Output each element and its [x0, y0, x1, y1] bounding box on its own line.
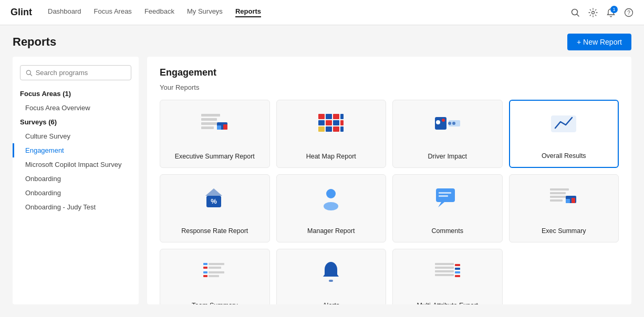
engagement-title: Engagement	[160, 67, 619, 78]
svg-rect-8	[201, 118, 217, 121]
svg-rect-59	[435, 270, 454, 272]
svg-rect-57	[435, 263, 454, 265]
sidebar: Focus Areas (1) Focus Area Overview Surv…	[13, 57, 139, 304]
svg-rect-56	[329, 280, 333, 282]
nav-reports[interactable]: Reports	[235, 7, 261, 17]
svg-rect-20	[333, 120, 339, 125]
exec-summary-icon	[547, 183, 580, 213]
svg-rect-54	[209, 271, 224, 273]
svg-rect-53	[203, 275, 207, 277]
reports-grid: Executive Summary Report	[160, 100, 619, 304]
multi-attribute-label: Multi-Attribute Export	[417, 302, 478, 304]
svg-line-6	[30, 74, 32, 76]
settings-icon-button[interactable]	[588, 8, 598, 17]
svg-rect-7	[201, 114, 220, 117]
heat-map-label: Heat Map Report	[306, 153, 356, 160]
svg-rect-60	[435, 274, 454, 276]
top-nav: Glint Dashboard Focus Areas Feedback My …	[0, 0, 644, 25]
app-logo: Glint	[11, 7, 32, 18]
svg-rect-22	[318, 126, 325, 132]
report-card-overall-results[interactable]: Overall Results	[509, 100, 619, 168]
response-rate-icon: %	[198, 183, 232, 213]
sidebar-item-focus-area-overview[interactable]: Focus Area Overview	[13, 101, 139, 115]
svg-rect-18	[318, 120, 325, 125]
nav-my-surveys[interactable]: My Surveys	[187, 7, 223, 17]
svg-rect-16	[333, 114, 339, 119]
sidebar-item-onboarding-2[interactable]: Onboarding	[13, 186, 139, 200]
report-card-driver-impact[interactable]: Driver Impact	[392, 100, 503, 168]
search-box[interactable]	[20, 65, 131, 80]
svg-text:%: %	[211, 197, 217, 205]
search-container	[13, 65, 139, 87]
sidebar-item-microsoft-copilot[interactable]: Microsoft Copilot Impact Survey	[13, 157, 139, 172]
svg-rect-63	[455, 271, 460, 273]
sidebar-item-engagement[interactable]: Engagement	[13, 143, 139, 157]
alerts-icon	[314, 258, 348, 287]
team-summary-label: Team Summary	[192, 302, 238, 304]
search-icon	[26, 69, 33, 77]
response-rate-label: Response Rate Report	[181, 227, 248, 235]
alerts-label: Alerts	[323, 302, 339, 304]
report-card-heat-map[interactable]: Heat Map Report	[276, 100, 387, 168]
help-icon-button[interactable]: ?	[624, 8, 633, 17]
new-report-button[interactable]: + New Report	[567, 34, 631, 50]
svg-marker-38	[438, 202, 444, 207]
search-input[interactable]	[36, 69, 126, 77]
report-card-response-rate[interactable]: % Response Rate Report	[160, 174, 270, 242]
notification-badge: 1	[610, 6, 618, 13]
svg-line-1	[577, 14, 579, 16]
sidebar-item-onboarding-1[interactable]: Onboarding	[13, 172, 139, 186]
report-card-comments[interactable]: Comments	[392, 174, 503, 242]
svg-point-36	[324, 202, 338, 210]
nav-icons: 1 ?	[570, 8, 633, 17]
report-card-manager-report[interactable]: Manager Report	[276, 174, 387, 242]
overall-results-icon	[547, 109, 580, 139]
sidebar-section-surveys-title: Surveys (6)	[13, 115, 139, 129]
report-card-exec-summary[interactable]: Exec Summary	[509, 174, 619, 242]
svg-point-31	[452, 122, 455, 125]
exec-summary-report-icon	[198, 109, 232, 138]
report-card-team-summary[interactable]: Team Summary	[160, 249, 270, 304]
nav-focus-areas[interactable]: Focus Areas	[94, 7, 132, 17]
report-card-alerts[interactable]: Alerts	[276, 249, 387, 304]
report-card-exec-summary-report[interactable]: Executive Summary Report	[160, 100, 270, 168]
manager-report-label: Manager Report	[307, 227, 355, 235]
svg-text:?: ?	[627, 10, 630, 16]
svg-rect-24	[333, 126, 339, 132]
nav-links: Dashboard Focus Areas Feedback My Survey…	[48, 7, 570, 17]
svg-rect-44	[550, 199, 563, 202]
svg-point-28	[442, 119, 445, 122]
svg-rect-50	[209, 263, 224, 265]
svg-rect-15	[326, 114, 332, 119]
svg-rect-48	[203, 263, 207, 265]
nav-dashboard[interactable]: Dashboard	[48, 7, 81, 17]
sidebar-item-culture-survey[interactable]: Culture Survey	[13, 129, 139, 143]
page-title: Reports	[13, 35, 56, 49]
sidebar-item-onboarding-judy[interactable]: Onboarding - Judy Test	[13, 200, 139, 214]
svg-rect-46	[572, 198, 575, 203]
main-content: Focus Areas (1) Focus Area Overview Surv…	[0, 57, 644, 317]
notifications-icon-button[interactable]: 1	[606, 8, 616, 17]
nav-feedback[interactable]: Feedback	[144, 7, 174, 17]
your-reports-label: Your Reports	[160, 83, 619, 91]
svg-rect-41	[550, 188, 569, 191]
svg-rect-64	[455, 275, 460, 277]
svg-rect-42	[550, 192, 566, 194]
svg-rect-40	[439, 195, 448, 197]
help-icon: ?	[624, 8, 633, 17]
overall-results-label: Overall Results	[542, 152, 586, 160]
page-header: Reports + New Report	[0, 25, 644, 57]
svg-rect-47	[566, 199, 570, 203]
exec-summary-label: Exec Summary	[542, 227, 586, 235]
svg-point-35	[326, 189, 336, 198]
svg-rect-21	[340, 120, 344, 125]
heat-map-icon	[314, 109, 348, 138]
search-icon-button[interactable]	[570, 8, 580, 17]
multi-attribute-icon	[431, 258, 464, 287]
report-card-multi-attribute[interactable]: Multi-Attribute Export	[392, 249, 503, 304]
svg-rect-13	[217, 125, 221, 130]
svg-rect-14	[318, 114, 325, 119]
svg-rect-62	[455, 268, 460, 270]
svg-rect-49	[203, 267, 207, 269]
svg-rect-39	[439, 192, 451, 194]
